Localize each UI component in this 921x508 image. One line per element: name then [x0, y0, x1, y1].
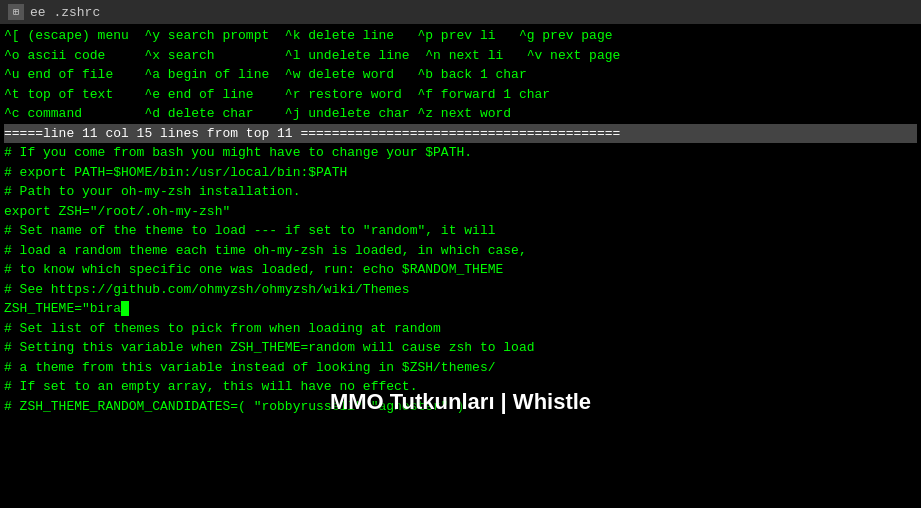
- terminal-line: ^o ascii code ^x search ^l undelete line…: [4, 46, 917, 66]
- terminal-content[interactable]: ^[ (escape) menu ^y search prompt ^k del…: [0, 24, 921, 508]
- terminal-line: ^t top of text ^e end of line ^r restore…: [4, 85, 917, 105]
- terminal-line: # load a random theme each time oh-my-zs…: [4, 241, 917, 261]
- terminal-line: # a theme from this variable instead of …: [4, 358, 917, 378]
- terminal-line: # Set list of themes to pick from when l…: [4, 319, 917, 339]
- terminal-line: ^[ (escape) menu ^y search prompt ^k del…: [4, 26, 917, 46]
- terminal-window: ⊞ ee .zshrc ^[ (escape) menu ^y search p…: [0, 0, 921, 508]
- terminal-line: export ZSH="/root/.oh-my-zsh": [4, 202, 917, 222]
- terminal-icon: ⊞: [8, 4, 24, 20]
- terminal-line: # to know which specific one was loaded,…: [4, 260, 917, 280]
- terminal-line: ^c command ^d delete char ^j undelete ch…: [4, 104, 917, 124]
- terminal-line: # export PATH=$HOME/bin:/usr/local/bin:$…: [4, 163, 917, 183]
- terminal-line: # ZSH_THEME_RANDOM_CANDIDATES=( "robbyru…: [4, 397, 917, 417]
- terminal-line: =====line 11 col 15 lines from top 11 ==…: [4, 124, 917, 144]
- terminal-line: ^u end of file ^a begin of line ^w delet…: [4, 65, 917, 85]
- terminal-line: # See https://github.com/ohmyzsh/ohmyzsh…: [4, 280, 917, 300]
- terminal-line: # Set name of the theme to load --- if s…: [4, 221, 917, 241]
- cursor: [121, 301, 129, 316]
- terminal-line: # Path to your oh-my-zsh installation.: [4, 182, 917, 202]
- terminal-line: ZSH_THEME="bira: [4, 299, 917, 319]
- terminal-line: # If you come from bash you might have t…: [4, 143, 917, 163]
- terminal-line: # Setting this variable when ZSH_THEME=r…: [4, 338, 917, 358]
- title-bar: ⊞ ee .zshrc: [0, 0, 921, 24]
- terminal-line: # If set to an empty array, this will ha…: [4, 377, 917, 397]
- title-bar-text: ee .zshrc: [30, 5, 100, 20]
